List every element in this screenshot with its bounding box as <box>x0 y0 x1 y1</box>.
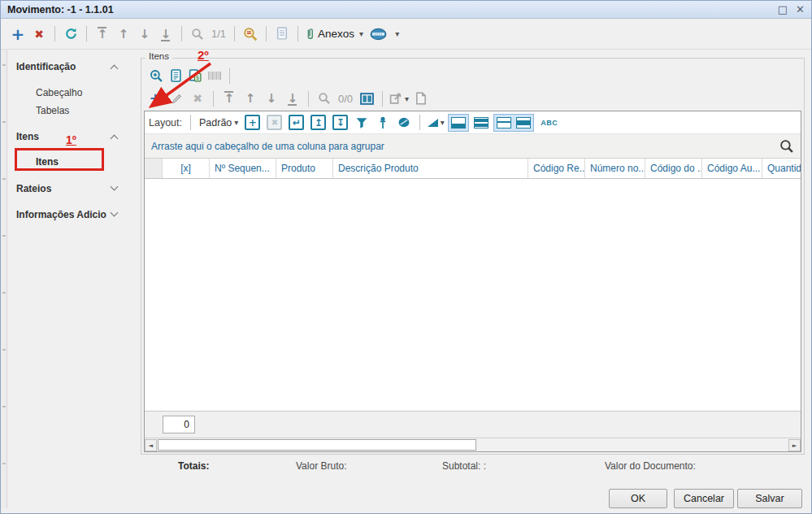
ok-button[interactable]: OK <box>609 489 667 508</box>
pin-icon <box>378 116 388 129</box>
delete-item-button[interactable]: ✖ <box>189 89 206 108</box>
first-icon: ↑ <box>224 92 235 105</box>
previous-record-button[interactable]: ↑ <box>115 24 132 44</box>
down-icon: ↓ <box>140 28 150 41</box>
zoom-button[interactable] <box>146 67 166 85</box>
group-by-bar[interactable]: Arraste aqui o cabeçalho de uma coluna p… <box>145 134 801 159</box>
svg-text:$: $ <box>196 74 200 81</box>
column-header-codigo-au[interactable]: Código Au... <box>702 159 762 178</box>
sidebar-section-informacoes[interactable]: Informações Adicio <box>8 206 130 224</box>
search-button[interactable] <box>189 24 206 44</box>
column-header-quantidade[interactable]: Quantida <box>762 159 801 178</box>
layout-upload-button[interactable]: ↥ <box>310 115 326 130</box>
save-button[interactable]: Salvar <box>737 489 802 508</box>
separator <box>54 26 55 41</box>
search-item-button[interactable] <box>315 89 333 108</box>
detail-button[interactable] <box>166 67 185 85</box>
horizontal-scrollbar[interactable]: ◄ ► <box>145 438 801 451</box>
document-lines-icon <box>170 69 182 82</box>
last-record-button[interactable]: ↓ <box>157 24 175 44</box>
scrollbar-thumb[interactable] <box>158 439 476 451</box>
chevron-up-icon <box>111 135 119 143</box>
anexos-button[interactable]: Anexos ▾ <box>305 24 363 44</box>
column-header-sequencia[interactable]: Nº Sequen... <box>210 159 276 178</box>
layout-return-button[interactable]: ↵ <box>289 115 304 130</box>
separator <box>190 115 191 130</box>
abc-check-icon[interactable]: ABC <box>541 119 558 127</box>
filter-button[interactable] <box>353 113 371 133</box>
sphere-icon <box>397 116 410 128</box>
up-icon: ↑ <box>245 92 256 105</box>
chevron-down-icon <box>111 183 119 191</box>
layout-add-button[interactable]: + <box>245 115 260 130</box>
view-band-toggle[interactable] <box>516 117 531 128</box>
column-header-codigo-re[interactable]: Código Re... <box>528 159 585 178</box>
print-button[interactable]: ▾ <box>370 24 399 44</box>
sphere-button[interactable] <box>395 113 413 133</box>
sidebar-section-rateios[interactable]: Rateios <box>8 180 130 198</box>
add-item-button[interactable]: + <box>146 89 164 108</box>
movimento-window: Movimento: -1 - 1.1.01 □ ✕ + ✖ ↑ ↑ ↓ ↓ 1… <box>0 0 812 514</box>
layout-label: Layout: <box>149 117 182 128</box>
columns-icon <box>360 93 374 105</box>
magnifier-plus-icon <box>150 69 163 83</box>
sidebar-section-identificacao[interactable]: Identificação <box>8 58 130 76</box>
down-icon: ↓ <box>267 92 277 105</box>
chart-button[interactable]: ▾ <box>427 113 445 133</box>
document-button[interactable] <box>412 89 430 108</box>
separator <box>234 26 235 41</box>
separator <box>266 26 267 41</box>
maximize-button[interactable]: □ <box>778 4 788 15</box>
last-item-button[interactable]: ↓ <box>284 89 302 108</box>
sidebar-item-cabecalho[interactable]: Cabeçalho <box>8 84 130 102</box>
refresh-button[interactable] <box>62 24 80 44</box>
document-icon <box>415 92 427 105</box>
barcode-button[interactable] <box>205 67 224 85</box>
columns-button[interactable] <box>358 89 376 108</box>
scroll-right-button[interactable]: ► <box>788 439 801 451</box>
grid-search-button[interactable] <box>779 139 794 154</box>
column-header-produto[interactable]: Produto <box>276 159 333 178</box>
layout-delete-button[interactable]: ✖ <box>267 115 282 130</box>
separator <box>382 91 383 107</box>
pin-button[interactable] <box>374 113 392 133</box>
first-item-button[interactable]: ↑ <box>220 89 238 108</box>
edit-item-button[interactable] <box>167 89 185 108</box>
view-bottom-panel-toggle[interactable] <box>451 117 466 128</box>
add-record-button[interactable]: + <box>9 24 27 44</box>
separator <box>308 91 309 107</box>
column-header-descricao[interactable]: Descrição Produto <box>333 159 528 178</box>
splitter-grip[interactable] <box>1 50 7 508</box>
annotation-step2: 2º <box>198 48 209 62</box>
separator <box>213 91 214 107</box>
cancel-button[interactable]: Cancelar <box>674 489 734 508</box>
report-button[interactable] <box>273 24 291 44</box>
close-button[interactable]: ✕ <box>796 4 805 15</box>
next-record-button[interactable]: ↓ <box>136 24 154 44</box>
view-toggle-group <box>493 114 534 132</box>
column-header-numero[interactable]: Número no... <box>585 159 645 178</box>
navigation-sidebar: Identificação Cabeçalho Tabelas Itens It… <box>8 50 136 508</box>
layout-download-button[interactable]: ↧ <box>332 115 348 130</box>
grid-body[interactable] <box>145 179 801 411</box>
layout-preset-dropdown[interactable]: Padrão ▾ <box>199 117 238 128</box>
export-button[interactable]: ▾ <box>389 89 409 108</box>
view-header-toggle[interactable] <box>497 117 511 128</box>
view-rows-toggle[interactable] <box>474 117 489 128</box>
first-record-button[interactable]: ↑ <box>93 24 111 44</box>
anexos-label: Anexos <box>318 28 354 40</box>
sidebar-item-tabelas[interactable]: Tabelas <box>8 102 130 120</box>
printer-icon <box>370 28 387 41</box>
delete-record-button[interactable]: ✖ <box>30 24 48 44</box>
previous-item-button[interactable]: ↑ <box>241 89 259 108</box>
annotation-highlight-box <box>15 148 104 171</box>
scroll-left-button[interactable]: ◄ <box>145 439 157 451</box>
values-button[interactable]: $ <box>185 67 205 85</box>
sql-search-button[interactable] <box>241 24 259 44</box>
column-header-x[interactable]: [x] <box>163 159 210 178</box>
pencil-icon <box>171 93 183 105</box>
itens-record-toolbar: + ✖ ↑ ↑ ↓ ↓ 0/0 <box>145 88 432 109</box>
next-item-button[interactable]: ↓ <box>263 89 280 108</box>
column-header-codigo-do[interactable]: Código do ... <box>645 159 702 178</box>
plus-icon: + <box>11 26 25 42</box>
